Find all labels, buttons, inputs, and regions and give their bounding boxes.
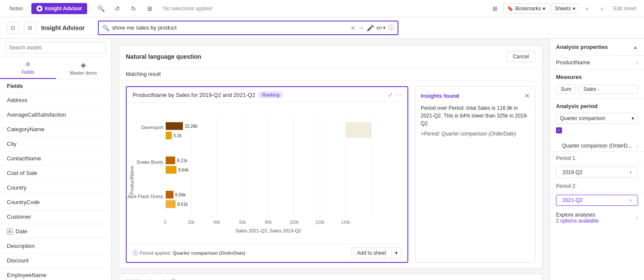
topbar-right: ⊞ 🔖 Bookmarks ▾ Sheets ▾ ‹ › Edit sheet xyxy=(489,2,640,15)
additional-results-section: Additional results (3) xyxy=(118,274,543,280)
sidebar-item-label: Cost of Sale xyxy=(7,170,37,176)
cancel-button[interactable]: Cancel xyxy=(507,51,535,62)
chart-container: ProductName by Sales for 2019-Q2 and 202… xyxy=(126,86,408,263)
search-input[interactable] xyxy=(112,24,348,31)
matching-result-label: Matching result xyxy=(119,68,542,81)
period1-value[interactable]: 2019-Q2 › xyxy=(556,167,638,178)
svg-text:9.64k: 9.64k xyxy=(178,168,189,172)
sidebar-list-item[interactable]: ▦Date xyxy=(0,224,111,239)
insights-close-btn[interactable]: ✕ xyxy=(524,92,530,100)
divider xyxy=(91,3,91,14)
fields-icon: ≡ xyxy=(26,60,30,68)
sidebar-item-label: Discount xyxy=(7,257,29,264)
sidebar-list-item[interactable]: CountryCode xyxy=(0,195,111,210)
more-options-icon[interactable]: ⋯ xyxy=(395,91,401,98)
period1-arrow-icon: › xyxy=(630,169,632,175)
add-sheet-dropdown-btn[interactable]: ▾ xyxy=(391,247,401,259)
period2-label-row: Period 2: xyxy=(550,180,644,193)
selection-icon-btn[interactable]: ⊞ xyxy=(143,2,156,15)
notes-tab[interactable]: Notes xyxy=(4,3,28,14)
svg-rect-28 xyxy=(166,122,183,130)
svg-text:80k: 80k xyxy=(265,220,272,225)
sidebar-item-label: EmployeeName xyxy=(7,272,47,278)
edit-sheet-btn[interactable]: Edit sheet xyxy=(610,4,640,13)
sidebar-list-item[interactable]: Discount xyxy=(0,253,111,268)
svg-text:120k: 120k xyxy=(315,220,325,225)
chart-title: ProductName by Sales for 2019-Q2 and 202… xyxy=(133,91,283,98)
sidebar-list-item[interactable]: Description xyxy=(0,239,111,253)
sidebar-list-item[interactable]: Country xyxy=(0,181,111,195)
period2-arrow-icon: › xyxy=(630,197,632,203)
chart-body: ProductName 0 xyxy=(127,103,407,244)
sidebar-tab-fields[interactable]: ≡ Fields xyxy=(0,57,56,79)
sidebar-item-label: CategoryName xyxy=(7,126,44,132)
add-to-sheet-btn[interactable]: Add to sheet xyxy=(352,247,391,259)
bar-snakeboots-2019 xyxy=(166,157,175,164)
info-circle-icon: ⓘ xyxy=(133,250,138,257)
search-icon-btn[interactable]: 🔍 xyxy=(94,2,107,15)
sidebar-item-label: CountryCode xyxy=(7,199,40,205)
microphone-icon[interactable]: 🎤 xyxy=(367,24,374,31)
period2-value[interactable]: 2021-Q2 › xyxy=(556,195,638,206)
grid-icon-btn[interactable]: ⊞ xyxy=(489,2,501,15)
sidebar-item-label: Address xyxy=(7,97,27,103)
secondbar-title: Insight Advisor xyxy=(41,24,93,31)
period-sub-arrow-icon: › xyxy=(637,144,638,148)
period-checkbox-row xyxy=(556,127,638,133)
prev-sheet-btn[interactable]: ‹ xyxy=(581,2,594,15)
nlq-title: Natural language question xyxy=(126,53,201,60)
period-select-dropdown[interactable]: Quarter comparison ▾ xyxy=(556,113,638,124)
nlq-header: Natural language question Cancel xyxy=(119,46,542,68)
sidebar-tab-master-items[interactable]: ◈ Master items xyxy=(56,57,112,79)
sidebar-list-item[interactable]: EmployeeName xyxy=(0,268,111,280)
sidebar-item-label: Description xyxy=(7,243,35,249)
sidebar-item-label: Customer xyxy=(7,214,31,220)
right-panel-header: Analysis properties ▲ xyxy=(550,39,644,56)
insight-advisor-tab[interactable]: Insight Advisor xyxy=(31,3,87,14)
redo-btn[interactable]: ↻ xyxy=(127,2,140,15)
info-icon[interactable]: ⓘ xyxy=(388,24,394,32)
expand-icon[interactable]: ⤢ xyxy=(388,91,393,98)
sidebar-tabs: ≡ Fields ◈ Master items xyxy=(0,57,111,79)
scroll-up-icon[interactable]: ▲ xyxy=(633,44,638,50)
sidebar-list-item[interactable]: Customer xyxy=(0,210,111,224)
sales-chevron-icon: › xyxy=(598,87,599,92)
explore-link[interactable]: 2 options available xyxy=(556,218,598,224)
bookmarks-btn[interactable]: 🔖 Bookmarks ▾ xyxy=(503,3,549,14)
topbar: Notes Insight Advisor 🔍 ↺ ↻ ⊞ No selecti… xyxy=(0,0,644,17)
bar-jjfd-2019 xyxy=(166,191,173,199)
sidebar-search-input[interactable] xyxy=(5,42,106,53)
toggle-panel-btn[interactable]: ⊡ xyxy=(7,22,19,34)
bookmark-chevron: ▾ xyxy=(543,6,545,12)
svg-text:40k: 40k xyxy=(213,220,221,225)
svg-text:100k: 100k xyxy=(289,220,299,225)
sidebar-list-item[interactable]: City xyxy=(0,137,111,151)
sidebar-list-item[interactable]: CategoryName xyxy=(0,122,111,137)
sales-select[interactable]: Sales › xyxy=(579,84,638,94)
sidebar-list-item[interactable]: Address xyxy=(0,93,111,108)
bar-davenport-2021 xyxy=(166,132,172,139)
search-clear-icon[interactable]: ✕ xyxy=(350,24,355,31)
period1-label-row: Period 1: xyxy=(550,152,644,165)
search-submit-icon[interactable]: → xyxy=(358,24,364,31)
sidebar-list-item[interactable]: AverageCallSatisfaction xyxy=(0,108,111,122)
analysis-period-title: Analysis period xyxy=(556,103,638,109)
bar-chart-svg: ProductName 0 xyxy=(127,107,380,240)
analysis-period-section: Analysis period Quarter comparison ▾ xyxy=(550,99,644,140)
undo-btn[interactable]: ↺ xyxy=(111,2,124,15)
period-sub-item[interactable]: Quarter comparison (OrderD... › xyxy=(550,140,644,152)
language-selector[interactable]: en ▾ xyxy=(377,25,386,31)
chart-header: ProductName by Sales for 2019-Q2 and 202… xyxy=(127,87,407,103)
sheets-btn[interactable]: Sheets ▾ xyxy=(551,3,579,14)
sidebar-list-item[interactable]: Cost of Sale xyxy=(0,166,111,181)
lang-chevron: ▾ xyxy=(383,25,386,31)
toggle-panel-btn2[interactable]: ⊟ xyxy=(24,22,36,34)
left-sidebar: ≡ Fields ◈ Master items Fields AddressAv… xyxy=(0,39,112,280)
sidebar-item-label: City xyxy=(7,141,16,147)
sidebar-list-item[interactable]: ContactName xyxy=(0,151,111,166)
dimension-arrow-icon: › xyxy=(636,60,638,66)
next-sheet-btn[interactable]: › xyxy=(595,2,608,15)
explore-arrow-icon[interactable]: › xyxy=(636,215,638,221)
dimension-item[interactable]: ProductName › xyxy=(550,56,644,69)
period-checkbox[interactable] xyxy=(556,127,562,133)
